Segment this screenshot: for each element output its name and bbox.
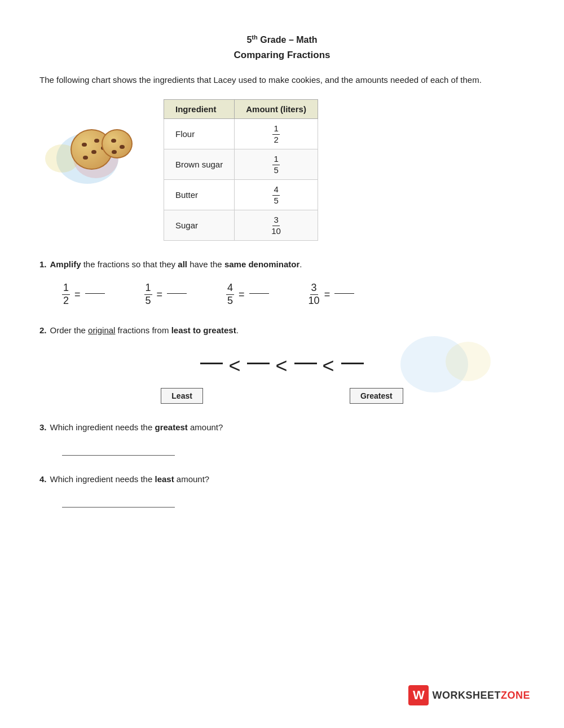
fraction-4-5: 4 5 <box>226 283 234 307</box>
q2-text-pre: Order the <box>50 325 89 335</box>
eq-symbol-1: = <box>74 289 81 301</box>
q2-text: Order the original fractions from least … <box>50 324 239 337</box>
q2-text-end: . <box>236 325 239 335</box>
question-1-block: 1. Amplify the fractions so that they al… <box>39 258 525 307</box>
q4-text-pre: Which ingredient needs the <box>50 474 155 484</box>
q3-text-end: amount? <box>188 422 223 432</box>
question-2-row: 2. Order the original fractions from lea… <box>39 324 525 337</box>
chip <box>94 139 99 143</box>
answer-blank-4 <box>334 293 354 294</box>
q2-bold-least-greatest: least to greatest <box>171 325 236 335</box>
superscript-th: th <box>252 34 257 41</box>
ingredient-cell-2: Butter <box>164 180 235 210</box>
greatest-label: Greatest <box>350 388 403 404</box>
fraction-3-10: 3 10 <box>309 283 320 307</box>
chip <box>120 145 125 149</box>
worksheetzone-logo: W WORKSHEETZONE <box>408 685 530 705</box>
q3-answer-line <box>62 444 175 456</box>
order-blank-4 <box>341 363 364 364</box>
q3-text-pre: Which ingredient needs the <box>50 422 155 432</box>
col-amount-header: Amount (liters) <box>235 100 318 119</box>
logo-brand-text: WORKSHEETZONE <box>432 690 530 701</box>
q3-number: 3. <box>39 422 47 432</box>
q1-text-end: . <box>299 259 302 269</box>
question-4-row: 4. Which ingredient needs the least amou… <box>39 473 525 486</box>
question-2-block: 2. Order the original fractions from lea… <box>39 324 525 404</box>
logo-w-letter: W <box>413 688 425 703</box>
amount-cell-2: 45 <box>235 180 318 210</box>
fraction-1-2: 1 2 <box>62 283 70 307</box>
q4-answer-line <box>62 496 175 508</box>
chip <box>112 150 117 154</box>
frac-eq-4: 3 10 = <box>309 283 355 307</box>
table-fraction-3: 310 <box>271 215 281 236</box>
frac-eq-3: 4 5 = <box>226 283 269 307</box>
order-blank-2 <box>247 363 270 364</box>
table-fraction-2: 45 <box>272 185 279 205</box>
q1-fractions-row: 1 2 = 1 5 = 4 5 = 3 10 <box>62 283 525 307</box>
q1-number: 1. <box>39 259 47 269</box>
amount-cell-1: 15 <box>235 149 318 180</box>
q1-bold-amplify: Amplify <box>50 259 81 269</box>
lt-symbol-1: < <box>228 354 241 378</box>
q2-text-mid: fractions from <box>115 325 171 335</box>
eq-symbol-2: = <box>157 289 163 301</box>
q1-text-mid: the fractions so that they <box>81 259 178 269</box>
table-section: Ingredient Amount (liters) Flour12Brown … <box>39 99 525 241</box>
ingredient-cell-3: Sugar <box>164 210 235 241</box>
amount-cell-0: 12 <box>235 119 318 149</box>
ingredient-cell-0: Flour <box>164 119 235 149</box>
q1-bold-denom: same denominator <box>224 259 299 269</box>
question-3-row: 3. Which ingredient needs the greatest a… <box>39 421 525 434</box>
q4-bold-least: least <box>155 474 174 484</box>
q2-number: 2. <box>39 325 47 335</box>
grade-label: 5th <box>246 35 257 45</box>
q3-bold-greatest: greatest <box>155 422 187 432</box>
ingredient-table: Ingredient Amount (liters) Flour12Brown … <box>164 99 318 241</box>
answer-blank-3 <box>249 293 269 294</box>
col-ingredient-header: Ingredient <box>164 100 235 119</box>
answer-blank-2 <box>167 293 187 294</box>
q4-text-end: amount? <box>174 474 210 484</box>
q4-text: Which ingredient needs the least amount? <box>50 473 210 486</box>
logo-w-icon: W <box>408 685 429 705</box>
ingredient-cell-1: Brown sugar <box>164 149 235 180</box>
q1-text-mid2: have the <box>187 259 224 269</box>
title-text: Grade – Math <box>260 35 317 45</box>
q1-text: Amplify the fractions so that they all h… <box>50 258 302 271</box>
answer-blank-1 <box>85 293 105 294</box>
table-fraction-0: 12 <box>272 124 279 144</box>
chip <box>111 139 116 143</box>
page-title: 5th Grade – Math <box>39 34 525 45</box>
q1-bold-all: all <box>178 259 187 269</box>
fraction-1-5: 1 5 <box>144 283 152 307</box>
chip <box>83 156 88 160</box>
lt-symbol-2: < <box>275 354 288 378</box>
question-3-block: 3. Which ingredient needs the greatest a… <box>39 421 525 456</box>
lt-symbol-3: < <box>323 354 336 378</box>
cookie-small <box>102 129 133 158</box>
labels-row: Least Greatest <box>39 388 525 404</box>
q3-text: Which ingredient needs the greatest amou… <box>50 421 223 434</box>
eq-symbol-3: = <box>239 289 245 301</box>
question-4-block: 4. Which ingredient needs the least amou… <box>39 473 525 508</box>
amount-cell-3: 310 <box>235 210 318 241</box>
logo-worksheet: WORKSHEET <box>432 690 501 701</box>
chip <box>82 143 87 147</box>
intro-text: The following chart shows the ingredient… <box>39 73 525 87</box>
page-subtitle: Comparing Fractions <box>39 50 525 61</box>
eq-symbol-4: = <box>324 289 331 301</box>
q2-underline-original: original <box>88 325 115 335</box>
logo-zone: ZONE <box>501 690 530 701</box>
order-fractions-row: < < < <box>39 354 525 378</box>
question-1-row: 1. Amplify the fractions so that they al… <box>39 258 525 271</box>
order-blank-1 <box>200 363 223 364</box>
cookie-illustration <box>39 99 152 189</box>
q4-number: 4. <box>39 474 47 484</box>
frac-eq-2: 1 5 = <box>144 283 187 307</box>
chip <box>91 150 96 154</box>
least-label: Least <box>161 388 203 404</box>
table-fraction-1: 15 <box>272 155 279 175</box>
frac-eq-1: 1 2 = <box>62 283 105 307</box>
order-blank-3 <box>294 363 317 364</box>
